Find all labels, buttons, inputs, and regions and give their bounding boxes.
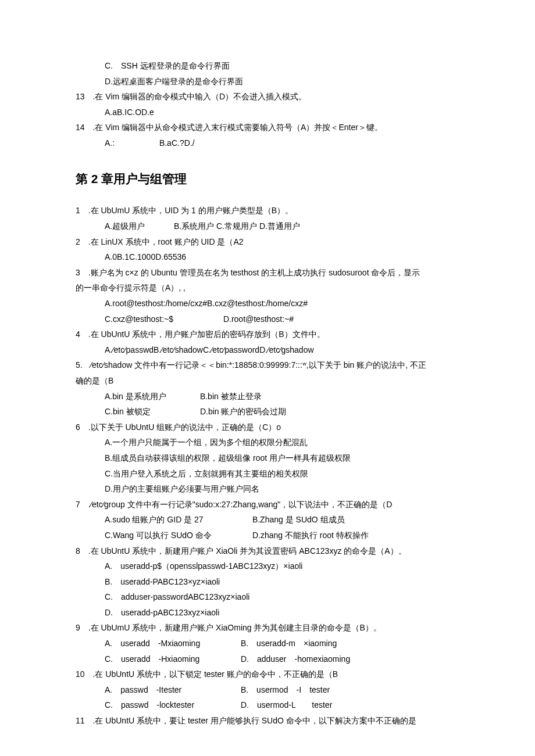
q3-options-row2: C.cxz@testhost:~$ D.root@testhost:~# bbox=[76, 311, 459, 327]
q5-opt-b: B.bin 被禁止登录 bbox=[200, 392, 262, 401]
q7-opt-b: B.Zhang 是 SUdO 组成员 bbox=[252, 515, 345, 524]
prev-q13-options: A.aB.IC.OD.e bbox=[76, 105, 459, 120]
q9-opt-d: D. adduser -homexiaoming bbox=[241, 654, 350, 664]
q8-opt-a: A. useradd-p$（opensslpasswd-1ABC123xyz）×… bbox=[76, 558, 459, 574]
q8-opt-c: C. adduser-passwordABC123xyz×iaoli bbox=[76, 589, 459, 605]
prev-q14-stem: 14 .在 Vim 编辑器中从命令模式进入末行模式需要输入符号（A）并按＜Ent… bbox=[76, 120, 459, 135]
q6-opt-d: D.用户的主要组账户必须要与用户账户同名 bbox=[76, 481, 459, 497]
q7-opt-a: A.sudo 组账户的 GID 是 27 bbox=[105, 512, 250, 528]
q10-options-row1: A. passwd -Itester B. usermod -I tester bbox=[76, 682, 459, 698]
q2-options: A.0B.1C.1000D.65536 bbox=[76, 249, 459, 265]
q9-opt-c: C. useradd -Hxiaoming bbox=[105, 651, 238, 667]
q7-opt-d: D.zhang 不能执行 root 特权操作 bbox=[252, 531, 369, 540]
q3-stem-2: 的一串命令行提示符是（A）, , bbox=[76, 280, 459, 296]
q3-opt-c: C.cxz@testhost:~$ bbox=[105, 311, 221, 327]
q9-opt-a: A. useradd -Mxiaoming bbox=[105, 636, 238, 651]
q9-options-row1: A. useradd -Mxiaoming B. useradd-m ×iaom… bbox=[76, 636, 459, 651]
q10-options-row2: C. passwd -locktester D. usermod-L teste… bbox=[76, 697, 459, 713]
q5-stem-1: 5. ∕etc∕shadow 文件中有一行记录＜＜bin:*:18858:0:9… bbox=[76, 357, 459, 373]
q10-opt-d: D. usermod-L tester bbox=[241, 700, 332, 710]
prev-q14-opt-rest: B.aC.?D./ bbox=[159, 138, 195, 148]
q10-opt-a: A. passwd -Itester bbox=[105, 682, 238, 698]
q5-stem-2: 确的是（B bbox=[76, 373, 459, 389]
q8-opt-b: B. useradd-PABC123×yz×iaoli bbox=[76, 574, 459, 590]
q3-opt-d: D.root@testhost:~# bbox=[223, 314, 294, 324]
prev-q12-option-c: C. SSH 远程登录的是命令行界面 bbox=[76, 58, 459, 74]
q3-stem-1: 3 .账户名为 c×z 的 Ubuntu 管理员在名为 testhost 的主机… bbox=[76, 265, 459, 281]
q3-options-row1: A.root@testhost:/home/cxz#B.cxz@testhost… bbox=[76, 296, 459, 311]
q10-opt-b: B. usermod -I tester bbox=[241, 685, 330, 694]
q4-options: A.∕etc∕passwdB.∕etc∕shadowC.∕etc∕passwor… bbox=[76, 342, 459, 358]
q6-opt-b: B.组成员自动获得该组的权限，超级组像 root 用户一样具有超级权限 bbox=[76, 450, 459, 466]
q9-options-row2: C. useradd -Hxiaoming D. adduser -homexi… bbox=[76, 651, 459, 667]
q9-opt-b: B. useradd-m ×iaoming bbox=[241, 639, 337, 648]
q7-opt-c: C.Wang 可以执行 SUdO 命令 bbox=[105, 528, 250, 543]
q5-opt-d: D.bin 账户的密码会过期 bbox=[200, 407, 287, 416]
chapter-2-title: 第 2 章用户与组管理 bbox=[76, 167, 459, 191]
q10-stem: 10 .在 UbUntU 系统中，以下锁定 tester 账户的命令中，不正确的… bbox=[76, 667, 459, 682]
q5-opt-c: C.bin 被锁定 bbox=[105, 404, 198, 420]
q9-stem: 9 .在 UbUmU 系统中，新建用户账户 XiaOming 并为其创建主目录的… bbox=[76, 620, 459, 636]
q11-stem: 11 .在 UbUntU 系统中，要让 tester 用户能够执行 SUdO 命… bbox=[76, 713, 459, 729]
q7-options-row1: A.sudo 组账户的 GID 是 27 B.Zhang 是 SUdO 组成员 bbox=[76, 512, 459, 528]
q7-stem: 7 .∕etc∕group 文件中有一行记录"sudo:x:27:Zhang,w… bbox=[76, 497, 459, 513]
prev-q14-options: A.: B.aC.?D./ bbox=[76, 135, 459, 151]
q2-stem: 2 .在 LinUX 系统中，root 账户的 UID 是（A2 bbox=[76, 234, 459, 250]
q8-stem: 8 .在 UbUntU 系统中，新建用户账户 XiaOli 并为其设置密码 AB… bbox=[76, 543, 459, 559]
q8-opt-d: D. useradd-pABC123xyz×iaoli bbox=[76, 605, 459, 621]
q10-opt-c: C. passwd -locktester bbox=[105, 697, 238, 713]
prev-q13-stem: 13 .在 Vim 编辑器的命令模式中输入（D）不会进入插入模式。 bbox=[76, 89, 459, 105]
q6-opt-c: C.当用户登入系统之后，立刻就拥有其主要组的相关权限 bbox=[76, 466, 459, 482]
q4-stem: 4 .在 UbUntU 系统中，用户账户加密后的密码存放到（B）文件中。 bbox=[76, 327, 459, 342]
q1-opt-a: A.超级用户 bbox=[105, 218, 172, 234]
q1-opt-rest: B.系统用户 C.常规用户 D.普通用户 bbox=[174, 221, 300, 231]
q5-options-row2: C.bin 被锁定 D.bin 账户的密码会过期 bbox=[76, 404, 459, 420]
prev-q14-opt-a: A.: bbox=[105, 135, 157, 151]
q1-options: A.超级用户 B.系统用户 C.常规用户 D.普通用户 bbox=[76, 218, 459, 234]
q1-stem: 1 .在 UbUmU 系统中，UID 为 1 的用户账户类型是（B）。 bbox=[76, 203, 459, 218]
q6-stem: 6 .以下关于 UbUntU 组账户的说法中，正确的是（C）o bbox=[76, 420, 459, 435]
q7-options-row2: C.Wang 可以执行 SUdO 命令 D.zhang 不能执行 root 特权… bbox=[76, 528, 459, 543]
prev-q12-option-d: D.远程桌面客户端登录的是命令行界面 bbox=[76, 74, 459, 89]
q5-options-row1: A.bin 是系统用户 B.bin 被禁止登录 bbox=[76, 389, 459, 404]
q5-opt-a: A.bin 是系统用户 bbox=[105, 389, 198, 404]
q6-opt-a: A.一个用户只能属于一个组，因为多个组的权限分配混乱 bbox=[76, 435, 459, 450]
